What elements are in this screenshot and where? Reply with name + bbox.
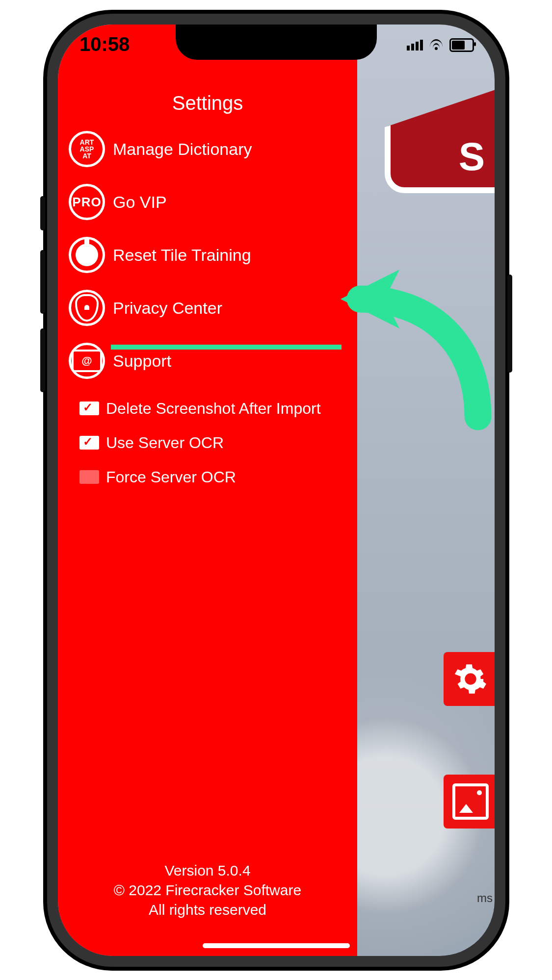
volume-down-button — [40, 328, 45, 392]
settings-gear-button[interactable] — [444, 652, 495, 706]
highlight-underline — [111, 345, 342, 350]
menu-item-label: Support — [113, 352, 171, 369]
check-label: Delete Screenshot After Import — [106, 401, 321, 416]
checkbox-icon — [79, 402, 99, 415]
status-right — [407, 38, 474, 52]
power-button — [507, 275, 512, 373]
dictionary-icon: ART ASP AT — [68, 130, 106, 168]
rights-text: All rights reserved — [58, 900, 357, 920]
menu-item-manage-dictionary[interactable]: ART ASP AT Manage Dictionary — [68, 123, 352, 176]
checkbox-icon — [79, 436, 99, 450]
shield-icon — [68, 289, 106, 327]
menu-item-label: Privacy Center — [113, 300, 222, 316]
menu-item-privacy-center[interactable]: Privacy Center — [68, 281, 352, 334]
settings-footer: Version 5.0.4 © 2022 Firecracker Softwar… — [58, 861, 357, 920]
settings-drawer: 10:58 Settings ART ASP AT Manage Diction… — [58, 25, 357, 956]
copyright-text: © 2022 Firecracker Software — [58, 880, 357, 900]
gear-icon — [453, 662, 488, 696]
menu-item-support[interactable]: Support — [68, 334, 352, 387]
import-image-button[interactable] — [444, 775, 495, 829]
bottom-peek-label: ms — [477, 892, 493, 904]
pro-icon: PRO — [68, 183, 106, 221]
check-label: Force Server OCR — [106, 469, 236, 485]
annotation-arrow-icon — [331, 270, 495, 441]
menu-item-label: Reset Tile Training — [113, 247, 251, 263]
check-delete-screenshot[interactable]: Delete Screenshot After Import — [68, 391, 352, 426]
menu-item-reset-tile-training[interactable]: Reset Tile Training — [68, 228, 352, 281]
version-text: Version 5.0.4 — [58, 861, 357, 880]
checkbox-icon — [79, 470, 99, 484]
image-icon — [452, 783, 489, 820]
home-indicator — [203, 943, 350, 948]
side-button — [40, 196, 45, 230]
menu-item-go-vip[interactable]: PRO Go VIP — [68, 176, 352, 228]
check-force-server-ocr[interactable]: Force Server OCR — [68, 460, 352, 494]
battery-icon — [449, 38, 474, 52]
phone-notch — [176, 25, 377, 60]
phone-frame: S ms 10:58 Settings — [43, 10, 509, 971]
volume-up-button — [40, 250, 45, 314]
status-time: 10:58 — [79, 34, 130, 54]
phone-screen: S ms 10:58 Settings — [58, 25, 495, 956]
mail-icon — [68, 342, 106, 380]
menu-item-label: Go VIP — [113, 194, 167, 210]
wifi-icon — [429, 39, 444, 51]
check-label: Use Server OCR — [106, 435, 224, 451]
cellular-icon — [407, 40, 423, 50]
settings-title: Settings — [58, 93, 357, 113]
bomb-icon — [68, 236, 106, 274]
check-use-server-ocr[interactable]: Use Server OCR — [68, 426, 352, 460]
menu-item-label: Manage Dictionary — [113, 141, 252, 157]
